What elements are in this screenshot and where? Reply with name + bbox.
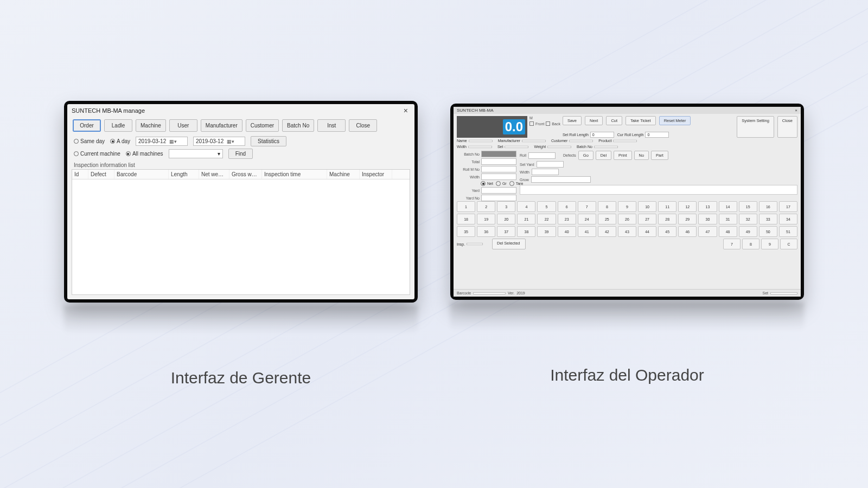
defect-key-43[interactable]: 43 [618,226,636,237]
defect-key-37[interactable]: 37 [497,226,515,237]
defect-del-button[interactable]: Del [596,151,611,160]
radio-current-machine[interactable]: Current machine [74,151,120,157]
col-machine[interactable]: Machine [327,170,360,179]
mid-width-input[interactable] [532,169,559,175]
width-input[interactable] [468,146,492,148]
defect-key-42[interactable]: 42 [598,226,616,237]
batchno-input[interactable] [594,146,618,148]
defect-key-21[interactable]: 21 [517,214,535,224]
numpad-clear[interactable]: C [780,239,797,249]
side-width-input[interactable] [481,174,516,180]
col-insp-time[interactable]: Inspection time [262,170,327,179]
defect-key-39[interactable]: 39 [537,226,556,237]
system-setting-button[interactable]: System Setting [737,116,774,138]
radio-same-day[interactable]: Same day [74,138,105,144]
mid-setyard-input[interactable] [537,161,564,168]
defect-go-button[interactable]: Go [578,151,593,160]
defect-key-11[interactable]: 11 [658,201,676,212]
defect-key-2[interactable]: 2 [477,201,495,212]
col-length[interactable]: Length [169,170,199,179]
radio-all-machines[interactable]: All machines [126,151,163,157]
defect-key-41[interactable]: 41 [578,226,596,237]
radio-net[interactable]: Net [481,181,493,186]
side-yard-input[interactable] [481,187,516,194]
defect-key-26[interactable]: 26 [618,214,636,224]
next-button[interactable]: Next [585,116,603,125]
defect-key-3[interactable]: 3 [497,201,515,212]
footer-barcode-input[interactable] [473,292,506,294]
mid-grow-input[interactable] [531,176,591,183]
defect-key-16[interactable]: 16 [759,201,777,212]
defect-key-19[interactable]: 19 [477,214,495,224]
defect-key-9[interactable]: 9 [618,201,636,212]
defect-key-38[interactable]: 38 [517,226,535,237]
defect-key-25[interactable]: 25 [598,214,616,224]
find-button[interactable]: Find [228,149,253,159]
tab-close[interactable]: Close [349,119,377,132]
defect-key-40[interactable]: 40 [558,226,576,237]
defect-key-7[interactable]: 7 [578,201,596,212]
close-button[interactable]: Close [777,116,797,138]
defect-key-34[interactable]: 34 [779,214,797,224]
defect-key-45[interactable]: 45 [658,226,676,237]
defect-key-15[interactable]: 15 [739,201,757,212]
name-input[interactable] [469,140,493,142]
defect-key-13[interactable]: 13 [698,201,717,212]
set-roll-length-input[interactable]: 0 [590,132,614,138]
tab-batch-no[interactable]: Batch No [282,119,314,132]
defect-key-20[interactable]: 20 [497,214,515,224]
product-input[interactable] [613,140,637,142]
defect-key-44[interactable]: 44 [638,226,656,237]
date-to-input[interactable]: 2019-03-12 ▦▾ [193,137,245,146]
defect-part-button[interactable]: Part [651,151,668,160]
defect-key-17[interactable]: 17 [779,201,797,212]
set-input[interactable] [505,146,528,148]
checkbox-front[interactable] [529,121,534,126]
defect-key-18[interactable]: 18 [457,214,475,224]
checkbox-back[interactable] [546,121,550,126]
statistics-button[interactable]: Statistics [251,136,286,146]
defect-key-33[interactable]: 33 [759,214,777,224]
defect-no-button[interactable]: No [634,151,649,160]
close-icon[interactable]: × [401,106,410,115]
weight-input[interactable] [547,146,571,148]
defect-key-24[interactable]: 24 [578,214,596,224]
defect-key-23[interactable]: 23 [558,214,576,224]
defect-key-35[interactable]: 35 [457,226,475,237]
date-from-input[interactable]: 2019-03-12 ▦▾ [136,137,188,146]
save-button[interactable]: Save [563,116,582,125]
tab-ladle[interactable]: Ladle [104,119,132,132]
col-id[interactable]: Id [72,170,88,179]
side-batch-select[interactable] [481,151,516,157]
tab-inst[interactable]: Inst [317,119,346,132]
footer-set-select[interactable] [770,292,797,294]
reset-meter-button[interactable]: Reset Meter [659,116,691,125]
defect-key-48[interactable]: 48 [719,226,737,237]
defect-key-1[interactable]: 1 [457,201,475,212]
close-icon[interactable]: × [795,108,797,113]
col-barcode[interactable]: Barcode [114,170,169,179]
col-inspector[interactable]: Inspector [360,170,392,179]
numpad-9[interactable]: 9 [761,239,778,249]
defect-key-22[interactable]: 22 [537,214,556,224]
tab-customer[interactable]: Customer [246,119,279,132]
defect-key-51[interactable]: 51 [779,226,797,237]
defect-key-8[interactable]: 8 [598,201,616,212]
col-net-we[interactable]: Net we… [199,170,229,179]
mid-roll-input[interactable] [528,152,556,159]
radio-a-day[interactable]: A day [110,138,130,144]
defect-key-28[interactable]: 28 [658,214,676,224]
cut-button[interactable]: Cut [606,116,622,125]
tab-manufacturer[interactable]: Manufacturer [201,119,242,132]
delete-selected-button[interactable]: Del Selected [492,239,526,249]
defect-key-27[interactable]: 27 [638,214,656,224]
inspector-select[interactable] [467,243,483,245]
inspection-grid[interactable]: Id Defect Barcode Length Net we… Gross w… [72,169,410,295]
defect-key-50[interactable]: 50 [759,226,777,237]
machine-select[interactable]: ▾ [169,149,223,158]
defect-list[interactable] [520,185,797,195]
take-ticket-button[interactable]: Take Ticket [626,116,656,125]
numpad-8[interactable]: 8 [742,239,760,249]
customer-input[interactable] [569,140,593,142]
col-gross-w[interactable]: Gross w… [229,170,262,179]
